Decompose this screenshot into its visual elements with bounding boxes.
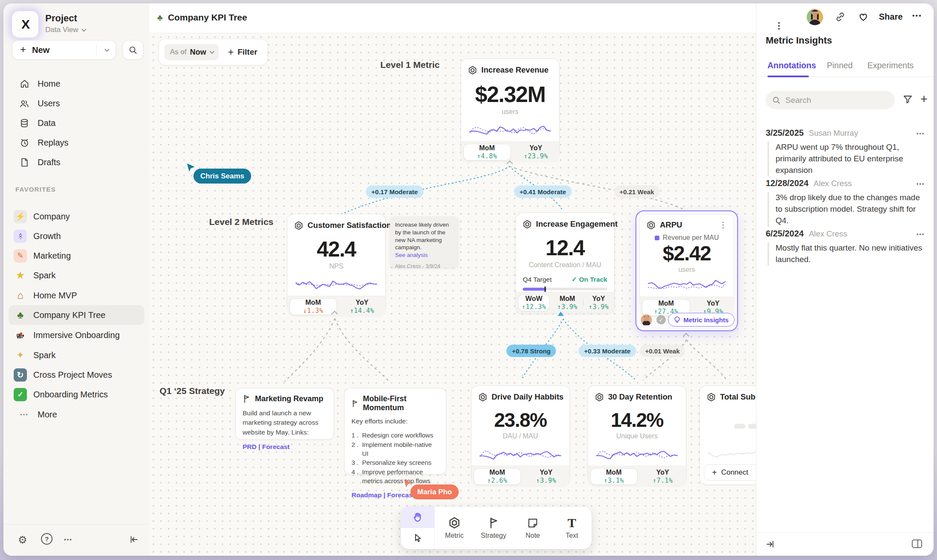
strategy-card-mobile-first[interactable]: Mobile-First Momentum Key efforts includ… bbox=[344, 388, 446, 475]
sidebar-item-data[interactable]: Data bbox=[9, 113, 144, 133]
ellipsis-icon[interactable]: ••• bbox=[64, 537, 73, 543]
sparkline bbox=[294, 274, 378, 293]
sidebar-item-drafts[interactable]: Drafts bbox=[9, 152, 144, 172]
sidebar-item-cross-project-moves[interactable]: ↻ Cross Project Moves bbox=[9, 365, 144, 385]
tab-pinned[interactable]: Pinned bbox=[827, 61, 853, 70]
metric-card-increase-revenue[interactable]: Increase Revenue $2.32M users MoM↑4.8% Y… bbox=[461, 58, 559, 159]
note-author: Alex Cress - 3/9/24 bbox=[395, 263, 453, 269]
metric-tool-button[interactable]: Metric bbox=[435, 507, 474, 549]
copy-link-button[interactable] bbox=[835, 11, 846, 23]
sidebar-item-spark[interactable]: ★ Spark bbox=[9, 265, 144, 285]
new-dropdown-chevron[interactable] bbox=[96, 44, 116, 56]
workspace-logo[interactable]: X bbox=[12, 11, 38, 38]
card-title: ARPU bbox=[660, 220, 682, 230]
sidebar-item-marketing[interactable]: ✎ Marketing bbox=[9, 246, 144, 265]
more-options-icon[interactable]: ••• bbox=[912, 12, 922, 20]
note-tool-button[interactable]: Note bbox=[513, 507, 553, 549]
sidebar-item-users[interactable]: Users bbox=[9, 93, 144, 113]
metric-card-arpu-selected[interactable]: ARPU ⋮ Revenue per MAU $2.42 users MoM↑2… bbox=[635, 210, 738, 331]
metric-unit: users bbox=[461, 108, 559, 116]
sparkline bbox=[647, 275, 727, 294]
metric-hexagon-icon bbox=[478, 393, 487, 402]
project-view-switcher[interactable]: Data View bbox=[45, 26, 85, 34]
annotation-header: 3/25/2025 Susan Murray ••• bbox=[766, 128, 925, 138]
strategy-body: Build and launch a new marketing strateg… bbox=[243, 408, 327, 437]
strategy-links[interactable]: PRD | Forecast bbox=[243, 443, 327, 451]
collapse-panel-icon[interactable] bbox=[766, 540, 776, 549]
add-annotation-button[interactable]: + bbox=[920, 92, 928, 106]
metric-card-increase-engagement[interactable]: Increase Engagement 12.4 Content Creatio… bbox=[515, 213, 615, 314]
filter-funnel-icon[interactable] bbox=[902, 94, 913, 105]
kpi-tree-canvas[interactable]: As of Now + Filter Level 1 Metric Level … bbox=[149, 33, 756, 556]
new-button[interactable]: + New bbox=[12, 40, 116, 60]
metric-hexagon-icon bbox=[448, 517, 460, 529]
as-of-dropdown[interactable]: As of Now bbox=[164, 44, 219, 60]
sidebar-item-onboarding-metrics[interactable]: ✓ Onboarding Metrics bbox=[9, 385, 144, 404]
connect-data-button[interactable]: + Connect bbox=[704, 464, 756, 481]
sidebar-item-company[interactable]: ⚡ Company bbox=[9, 207, 144, 226]
sidebar-item-company-kpi-tree[interactable]: ♣ Company KPI Tree bbox=[9, 305, 144, 325]
tab-annotations[interactable]: Annotations bbox=[767, 61, 816, 70]
sidebar-item-replays[interactable]: Replays bbox=[9, 133, 144, 152]
metric-card-30-day-retention[interactable]: 30 Day Retention 14.2% Unique Users MoM↑… bbox=[588, 385, 686, 485]
target-row: Q4 Target ✓ On Track bbox=[516, 276, 614, 283]
help-icon[interactable]: ? bbox=[41, 533, 53, 545]
delta-cell: MoM↑4.8% bbox=[463, 144, 511, 160]
search-input[interactable] bbox=[785, 96, 879, 105]
metric-card-customer-satisfaction[interactable]: Customer Satisfaction 42.4 NPS MoM↓1.3% … bbox=[287, 214, 386, 313]
pencil-icon: ✎ bbox=[14, 249, 27, 262]
sidebar-item-growth[interactable]: Growth bbox=[9, 226, 144, 246]
settings-gear-icon[interactable]: ⚙ bbox=[18, 534, 27, 546]
cursor-name-pill: Chris Seams bbox=[193, 169, 251, 184]
metric-insights-button[interactable]: Metric Insights bbox=[668, 313, 735, 327]
annotation-menu-icon[interactable]: ••• bbox=[917, 181, 925, 187]
home-icon bbox=[19, 79, 30, 89]
strategy-card-marketing-revamp[interactable]: Marketing Revamp Build and launch a new … bbox=[235, 388, 334, 440]
cursor-arrow-icon bbox=[403, 478, 413, 489]
annotation-menu-icon[interactable]: ••• bbox=[917, 231, 925, 238]
tab-experiments[interactable]: Experiments bbox=[867, 61, 914, 70]
sidebar-item-more[interactable]: ••• More bbox=[9, 405, 144, 424]
users-icon bbox=[19, 99, 30, 108]
annotation-text: 3% drop likely due to the changes made t… bbox=[767, 192, 924, 227]
split-view-icon[interactable] bbox=[911, 539, 922, 549]
panel-bottom-bar bbox=[756, 532, 934, 556]
collapse-sidebar-icon[interactable] bbox=[128, 535, 138, 544]
strategy-tool-button[interactable]: Strategy bbox=[474, 507, 513, 549]
metric-unit: Unique Users bbox=[588, 432, 686, 440]
branch-caret-active bbox=[558, 312, 564, 316]
sidebar-item-home-mvp[interactable]: ⌂ Home MVP bbox=[9, 286, 144, 305]
sidebar-item-home[interactable]: Home bbox=[9, 74, 144, 93]
connection-label[interactable]: +0.78 Strong bbox=[507, 345, 556, 357]
metric-card-total-subscriptions[interactable]: Total Subscriptions + Connect bbox=[700, 385, 756, 485]
ellipsis-icon: ••• bbox=[19, 411, 30, 418]
as-of-prefix: As of bbox=[170, 48, 187, 56]
connection-label[interactable]: +0.33 Moderate bbox=[579, 345, 636, 357]
sidebar-item-immersive-onboarding[interactable]: Immersive Onboarding bbox=[9, 325, 144, 345]
card-title: Increase Engagement bbox=[536, 219, 618, 229]
text-tool-button[interactable]: T Text bbox=[552, 507, 591, 549]
connection-label[interactable]: +0.21 Weak bbox=[614, 186, 659, 198]
connection-label[interactable]: +0.17 Moderate bbox=[366, 186, 424, 198]
hand-tool-button[interactable] bbox=[401, 507, 434, 528]
annotations-search[interactable] bbox=[766, 91, 895, 109]
select-tool-button[interactable] bbox=[401, 528, 434, 549]
cursor-name-pill: Maria Pho bbox=[410, 484, 459, 499]
metric-card-drive-daily-habbits[interactable]: Drive Daily Habbits 23.8% DAU / MAU MoM↑… bbox=[471, 385, 570, 485]
metric-hexagon-icon bbox=[647, 221, 656, 230]
note-link[interactable]: See analysis bbox=[395, 252, 453, 258]
filter-button[interactable]: + Filter bbox=[228, 47, 258, 58]
panel-menu-icon[interactable]: ••• bbox=[778, 21, 780, 30]
delta-cell: MoM↑3.1% bbox=[590, 468, 638, 485]
sidebar-item-spark-2[interactable]: ✦ Spark bbox=[9, 345, 144, 365]
connection-label[interactable]: +0.01 Weak bbox=[639, 345, 685, 357]
share-button[interactable]: Share bbox=[879, 12, 903, 22]
sidebar-search-button[interactable] bbox=[123, 40, 143, 60]
canvas-note[interactable]: Increase likely driven by the launch of … bbox=[390, 216, 458, 268]
plus-icon: + bbox=[712, 468, 717, 478]
annotation-menu-icon[interactable]: ••• bbox=[917, 130, 925, 137]
connection-label[interactable]: +0.41 Moderate bbox=[514, 186, 572, 198]
user-avatar[interactable] bbox=[806, 9, 823, 26]
favorite-button[interactable] bbox=[858, 11, 869, 23]
card-menu-icon[interactable]: ⋮ bbox=[719, 223, 727, 227]
